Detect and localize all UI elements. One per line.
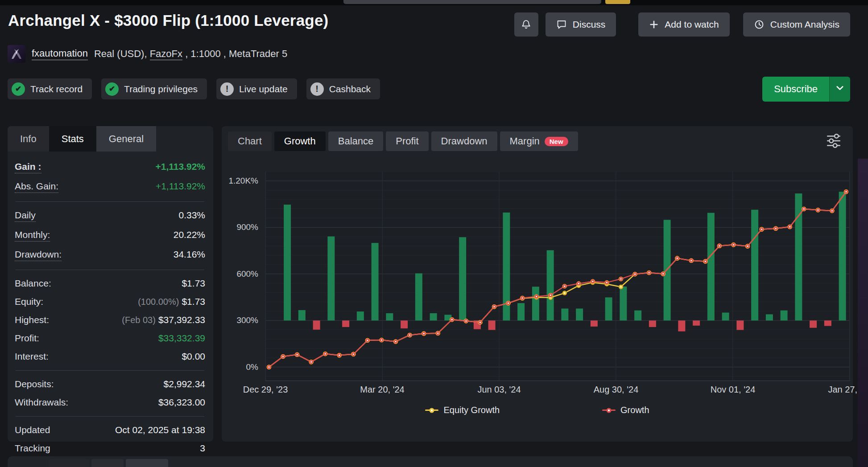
tab-label: Growth bbox=[284, 135, 316, 147]
growth-bar[interactable] bbox=[517, 303, 525, 320]
badge-cashback[interactable]: !Cashback bbox=[306, 78, 380, 99]
header-actions: Discuss Add to watch Custom Analysis bbox=[514, 12, 850, 37]
stat-label: Drawdown: bbox=[15, 249, 62, 261]
exclamation-icon: ! bbox=[310, 82, 324, 96]
growth-bar[interactable] bbox=[284, 205, 291, 320]
growth-bar[interactable] bbox=[298, 310, 306, 320]
x-axis: Dec 29, '23Mar 20, '24Jun 03, '24Aug 30,… bbox=[265, 385, 850, 398]
tab-stats[interactable]: Stats bbox=[49, 126, 96, 152]
growth-bar[interactable] bbox=[547, 250, 554, 321]
speech-bubble-icon bbox=[556, 19, 567, 30]
tab-label: General bbox=[109, 133, 144, 145]
growth-bar[interactable] bbox=[576, 308, 583, 320]
growth-bar[interactable] bbox=[736, 320, 744, 330]
new-badge: New bbox=[545, 137, 568, 146]
stat-value: (100.00%)$1.73 bbox=[138, 296, 205, 307]
stat-value-main: $36,323.00 bbox=[158, 397, 205, 407]
growth-bar[interactable] bbox=[561, 308, 568, 320]
partial-tab[interactable] bbox=[49, 459, 89, 467]
growth-bar[interactable] bbox=[342, 320, 349, 327]
growth-bar[interactable] bbox=[357, 311, 364, 320]
partial-tab[interactable] bbox=[91, 459, 124, 467]
x-tick-label: Dec 29, '23 bbox=[243, 385, 288, 395]
legend-item-equity-growth[interactable]: Equity Growth bbox=[425, 405, 500, 415]
stats-body: Gain :+1,113.92%Abs. Gain:+1,113.92%Dail… bbox=[8, 152, 213, 458]
growth-bar[interactable] bbox=[751, 210, 758, 321]
growth-bar[interactable] bbox=[824, 320, 831, 326]
stat-value-main: 3 bbox=[200, 443, 205, 453]
growth-bar[interactable] bbox=[678, 320, 685, 331]
stat-value-prefix: (100.00%) bbox=[138, 297, 179, 307]
growth-bar[interactable] bbox=[401, 320, 408, 328]
stat-row-equity: Equity:(100.00%)$1.73 bbox=[15, 293, 205, 311]
chart-tab-balance[interactable]: Balance bbox=[328, 131, 384, 151]
stat-value-main: 34.16% bbox=[174, 249, 205, 259]
stat-value: $0.00 bbox=[182, 351, 205, 362]
growth-bar[interactable] bbox=[707, 213, 715, 321]
growth-bar[interactable] bbox=[810, 320, 817, 328]
growth-bar[interactable] bbox=[327, 237, 335, 321]
growth-bar[interactable] bbox=[722, 312, 729, 320]
chart-tab-growth[interactable]: Growth bbox=[274, 131, 326, 151]
growth-bar[interactable] bbox=[532, 287, 539, 320]
subscribe-button[interactable]: Subscribe bbox=[762, 77, 850, 102]
legend-marker bbox=[425, 410, 438, 411]
chart-tab-margin[interactable]: MarginNew bbox=[500, 131, 578, 151]
chart-tab-profit[interactable]: Profit bbox=[386, 131, 428, 151]
growth-bar[interactable] bbox=[459, 237, 466, 320]
growth-bar[interactable] bbox=[372, 243, 379, 320]
subscribe-label[interactable]: Subscribe bbox=[762, 77, 829, 102]
y-tick-label: 600% bbox=[223, 269, 258, 279]
partial-tab[interactable] bbox=[126, 459, 168, 467]
stat-value: $36,323.00 bbox=[158, 397, 205, 408]
check-icon: ✔ bbox=[105, 82, 119, 96]
add-to-watch-label: Add to watch bbox=[665, 19, 719, 30]
growth-bar[interactable] bbox=[620, 287, 627, 320]
growth-bar[interactable] bbox=[781, 311, 788, 321]
growth-bar[interactable] bbox=[415, 273, 422, 320]
growth-bar[interactable] bbox=[591, 320, 598, 327]
broker-link[interactable]: FazoFx bbox=[150, 48, 182, 60]
notifications-button[interactable] bbox=[514, 12, 538, 37]
y-tick-label: 900% bbox=[223, 222, 258, 232]
growth-bar[interactable] bbox=[313, 320, 320, 330]
account-owner-link[interactable]: fxautomation bbox=[32, 48, 88, 60]
growth-bar[interactable] bbox=[766, 314, 773, 320]
badge-track-record[interactable]: ✔Track record bbox=[8, 78, 92, 99]
growth-bar[interactable] bbox=[386, 313, 393, 320]
discuss-button[interactable]: Discuss bbox=[546, 12, 616, 37]
custom-analysis-label: Custom Analysis bbox=[770, 19, 839, 30]
top-bar-fragment-gray bbox=[343, 0, 601, 4]
chart-tab-chart[interactable]: Chart bbox=[228, 131, 272, 151]
legend-item-growth[interactable]: Growth bbox=[602, 405, 649, 415]
clock-icon bbox=[754, 19, 765, 30]
add-to-watch-button[interactable]: Add to watch bbox=[638, 12, 729, 37]
stat-value-main: +1,113.92% bbox=[155, 161, 205, 172]
subscribe-dropdown[interactable] bbox=[829, 77, 850, 102]
discuss-label: Discuss bbox=[573, 19, 606, 30]
chart-settings-button[interactable] bbox=[825, 133, 842, 150]
x-tick-label: Jun 03, '24 bbox=[477, 385, 521, 395]
stat-value: +1,113.92% bbox=[155, 161, 205, 172]
badge-trading-privileges[interactable]: ✔Trading privileges bbox=[101, 78, 207, 99]
stat-value: 34.16% bbox=[174, 249, 205, 260]
stat-value: 20.22% bbox=[174, 229, 205, 240]
growth-bar[interactable] bbox=[488, 320, 496, 330]
avatar bbox=[8, 45, 25, 63]
growth-bar[interactable] bbox=[649, 320, 656, 327]
growth-bar[interactable] bbox=[634, 311, 641, 321]
stat-label: Gain : bbox=[15, 161, 41, 173]
badge-label: Cashback bbox=[329, 84, 371, 94]
growth-bar[interactable] bbox=[430, 313, 437, 320]
stat-row-balance: Balance:$1.73 bbox=[15, 274, 205, 293]
growth-bar[interactable] bbox=[839, 192, 846, 320]
tab-info[interactable]: Info bbox=[8, 126, 49, 152]
stat-row-deposits: Deposits:$2,992.34 bbox=[15, 375, 205, 393]
custom-analysis-button[interactable]: Custom Analysis bbox=[743, 12, 850, 37]
growth-bar[interactable] bbox=[605, 297, 612, 320]
tab-general[interactable]: General bbox=[96, 126, 156, 152]
growth-bar[interactable] bbox=[693, 320, 700, 325]
chart-tab-drawdown[interactable]: Drawdown bbox=[431, 131, 497, 151]
badge-live-update[interactable]: !Live update bbox=[216, 78, 297, 99]
growth-chart-plot[interactable] bbox=[265, 172, 850, 381]
